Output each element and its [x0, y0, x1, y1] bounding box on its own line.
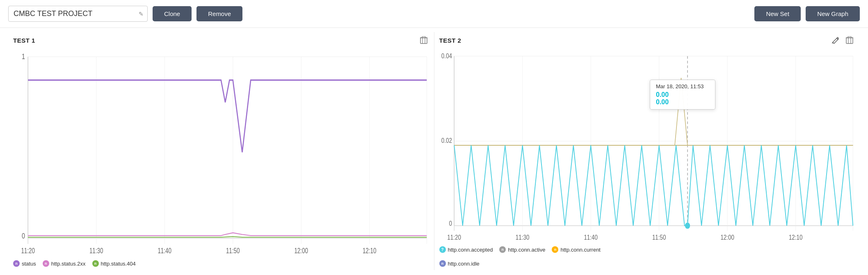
graph2-legend: ? http.conn.accepted n http.conn.active …	[439, 244, 855, 267]
graph1-actions	[418, 35, 429, 45]
svg-text:0.04: 0.04	[441, 52, 452, 60]
header: ✎ Clone Remove New Set New Graph	[0, 0, 868, 28]
graph2-title: TEST 2	[439, 37, 461, 44]
trash-icon	[420, 36, 427, 44]
svg-text:11:50: 11:50	[226, 247, 240, 254]
graph2-svg: 0.04 0.02 0	[439, 47, 855, 244]
remove-button[interactable]: Remove	[196, 6, 242, 21]
svg-text:12:00: 12:00	[294, 247, 308, 254]
svg-text:11:30: 11:30	[515, 234, 529, 241]
svg-text:0: 0	[22, 231, 25, 240]
graph2-chart: 0.04 0.02 0	[439, 47, 855, 244]
legend-dot-conn-accepted: ?	[439, 246, 446, 253]
legend-item-conn-idle: n http.conn.idle	[439, 260, 855, 267]
project-name-input[interactable]	[8, 6, 148, 22]
graphs-area: TEST 1 1 0	[0, 28, 868, 274]
tooltip-dot	[685, 222, 690, 229]
svg-text:0.02: 0.02	[441, 136, 452, 144]
legend-item-2xx: n http.status.2xx	[43, 260, 86, 267]
clone-button[interactable]: Clone	[153, 6, 192, 21]
graph-panel-1: TEST 1 1 0	[8, 32, 434, 270]
legend-dot-2xx: n	[43, 260, 49, 267]
legend-item-conn-accepted: ? http.conn.accepted	[439, 246, 493, 253]
legend-label-status: status	[22, 261, 36, 267]
trash-icon-2	[846, 36, 853, 44]
pencil-icon	[832, 37, 839, 44]
svg-rect-4	[422, 37, 425, 38]
graph1-header: TEST 1	[13, 35, 429, 45]
legend-dot-conn-current: n	[552, 246, 558, 253]
graph1-svg: 1 0 11:	[13, 47, 429, 258]
legend-item-404: n http.status.404	[92, 260, 136, 267]
svg-rect-0	[420, 38, 427, 44]
legend-label-conn-current: http.conn.current	[560, 247, 601, 253]
legend-label-conn-idle: http.conn.idle	[448, 261, 480, 267]
legend-item-conn-current: n http.conn.current	[552, 246, 601, 253]
graph2-header: TEST 2	[439, 35, 855, 45]
legend-dot-conn-idle: n	[439, 260, 446, 267]
graph1-chart: 1 0 11:	[13, 47, 429, 258]
svg-text:1: 1	[22, 52, 25, 61]
svg-text:11:40: 11:40	[584, 234, 598, 241]
svg-rect-24	[846, 38, 853, 44]
legend-dot-status: n	[13, 260, 20, 267]
graph1-title: TEST 1	[13, 37, 35, 44]
legend-dot-conn-active: n	[499, 246, 506, 253]
graph2-edit-button[interactable]	[830, 36, 841, 45]
svg-line-23	[832, 42, 833, 44]
legend-label-conn-accepted: http.conn.accepted	[448, 247, 493, 253]
svg-text:12:10: 12:10	[788, 234, 802, 241]
svg-text:11:40: 11:40	[158, 247, 171, 254]
project-name-wrapper: ✎	[8, 6, 148, 22]
graph1-legend: n status n http.status.2xx n http.status…	[13, 258, 429, 267]
legend-label-2xx: http.status.2xx	[51, 261, 86, 267]
legend-dot-404: n	[92, 260, 99, 267]
legend-label-404: http.status.404	[101, 261, 136, 267]
svg-text:11:30: 11:30	[89, 247, 103, 254]
new-graph-button[interactable]: New Graph	[806, 6, 860, 21]
svg-text:11:50: 11:50	[652, 234, 666, 241]
graph1-delete-button[interactable]	[418, 35, 429, 45]
graph2-actions	[830, 35, 855, 45]
svg-text:12:10: 12:10	[363, 247, 377, 254]
svg-text:11:20: 11:20	[21, 247, 35, 254]
new-set-button[interactable]: New Set	[754, 6, 801, 21]
graph-panel-2: TEST 2	[434, 32, 860, 270]
legend-item-conn-active: n http.conn.active	[499, 246, 545, 253]
svg-text:11:20: 11:20	[447, 234, 461, 241]
graph2-delete-button[interactable]	[844, 35, 855, 45]
svg-text:12:00: 12:00	[720, 234, 734, 241]
svg-text:0: 0	[449, 219, 452, 227]
svg-rect-28	[848, 37, 851, 38]
legend-label-conn-active: http.conn.active	[508, 247, 545, 253]
legend-item-status: n status	[13, 260, 36, 267]
